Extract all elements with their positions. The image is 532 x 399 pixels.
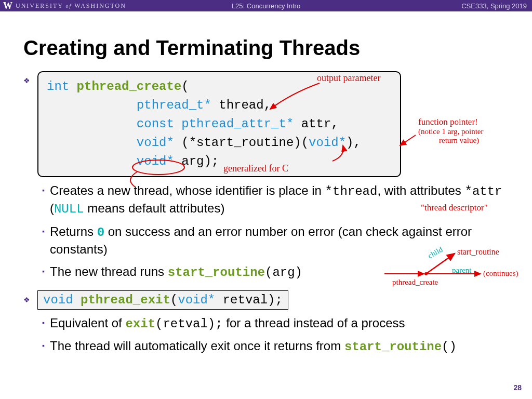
bullet-pthread-create: ❖ int pthread_create( pthread_t* thread,…	[23, 71, 509, 177]
uw-w: W	[3, 1, 12, 11]
slide-header: W UNIVERSITY of WASHINGTON L25: Concurre…	[0, 0, 532, 11]
square-icon: ▪	[42, 227, 45, 258]
pthread-exit-desc: ▪ Equivalent of exit(retval); for a thre…	[42, 315, 509, 356]
desc-returns: ▪ Returns 0 on success and an error numb…	[42, 223, 509, 258]
desc-creates: ▪ Creates a new thread, whose identifier…	[42, 182, 509, 218]
diamond-icon: ❖	[23, 296, 30, 310]
slide-body: Creating and Terminating Threads ❖ int p…	[0, 11, 532, 356]
uw-logo: W UNIVERSITY of WASHINGTON	[0, 1, 126, 11]
desc-runs: ▪ The new thread runs start_routine(arg)	[42, 263, 509, 281]
uw-name: UNIVERSITY of WASHINGTON	[16, 2, 126, 10]
square-icon: ▪	[42, 185, 45, 218]
code-pthread-create: int pthread_create( pthread_t* thread, c…	[37, 71, 401, 177]
desc-equivalent: ▪ Equivalent of exit(retval); for a thre…	[42, 315, 509, 332]
square-icon: ▪	[42, 341, 45, 355]
square-icon: ▪	[42, 318, 45, 332]
desc-auto-exit: ▪ The thread will automatically exit onc…	[42, 338, 509, 355]
course-id: CSE333, Spring 2019	[461, 2, 532, 10]
page-title: Creating and Terminating Threads	[23, 36, 509, 60]
code-pthread-exit: void pthread_exit(void* retval);	[37, 290, 288, 310]
pthread-create-desc: ▪ Creates a new thread, whose identifier…	[42, 182, 509, 281]
page-number: 28	[513, 383, 522, 392]
lecture-title: L25: Concurrency Intro	[232, 2, 300, 10]
diamond-icon: ❖	[23, 76, 30, 177]
square-icon: ▪	[42, 267, 45, 281]
bullet-pthread-exit: ❖ void pthread_exit(void* retval);	[23, 290, 509, 310]
